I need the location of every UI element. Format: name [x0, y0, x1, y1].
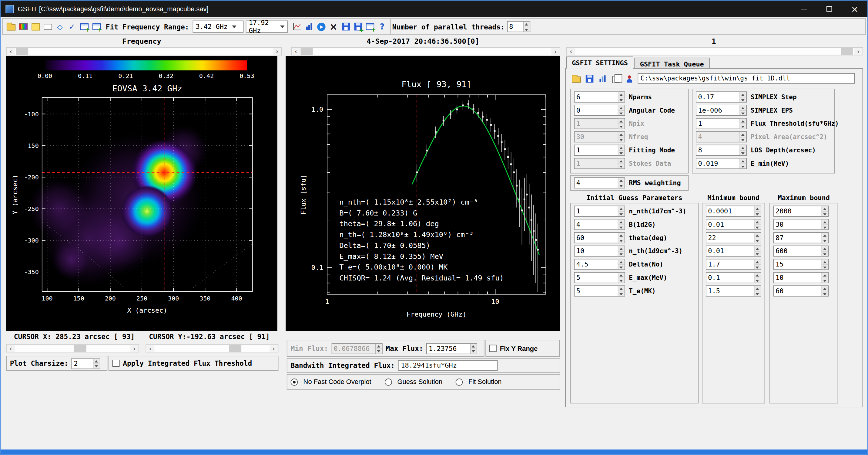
maximize-button[interactable] [816, 1, 842, 17]
spin-down-icon[interactable] [619, 225, 624, 229]
spectrum-plot-icon[interactable] [291, 21, 303, 33]
spin-up-icon[interactable] [740, 92, 746, 97]
param-spinner[interactable]: 0.019 [696, 158, 747, 169]
freq-min-select[interactable]: 3.42 GHz [192, 21, 244, 33]
parms-chart-icon[interactable] [303, 21, 315, 33]
spin-down-icon[interactable] [822, 291, 828, 296]
spin-down-icon[interactable] [619, 211, 624, 217]
bound-spinner[interactable]: 0.0001 [706, 205, 761, 217]
spin-up-icon[interactable] [619, 220, 624, 225]
spin-down-icon[interactable] [619, 238, 624, 243]
rms-weighting-spinner[interactable]: 4 [574, 177, 625, 189]
open-file-icon[interactable] [5, 21, 17, 33]
spin-down-icon[interactable] [822, 238, 828, 243]
close-button[interactable] [842, 1, 867, 17]
abort-x-icon[interactable] [328, 21, 340, 33]
param-spinner[interactable]: 0 [574, 105, 625, 116]
spin-up-icon[interactable] [619, 259, 624, 265]
param-spinner[interactable]: 1e-006 [696, 105, 747, 116]
param-spinner[interactable]: 4 [574, 219, 625, 230]
spin-up-icon[interactable] [94, 358, 100, 363]
param-spinner[interactable]: 1 [696, 118, 747, 129]
minimize-button[interactable] [791, 1, 816, 17]
spin-down-icon[interactable] [754, 225, 761, 229]
cursor-x-slider-thumb[interactable] [74, 345, 86, 352]
add-task-icon[interactable] [364, 21, 376, 33]
bound-spinner[interactable]: 15 [773, 259, 829, 270]
spin-down-icon[interactable] [740, 124, 746, 129]
param-spinner[interactable]: 5 [574, 285, 625, 296]
eovsa-map[interactable]: 0.000.110.210.320.420.53EOVSA 3.42 GHz10… [6, 56, 277, 331]
spin-up-icon[interactable] [619, 145, 624, 150]
accept-check-icon[interactable] [66, 21, 78, 33]
spin-down-icon[interactable] [754, 265, 761, 269]
slider-left-arrow-icon[interactable] [292, 48, 300, 55]
spin-down-icon[interactable] [754, 278, 761, 283]
spin-up-icon[interactable] [619, 178, 624, 183]
param-spinner[interactable]: 1 [574, 158, 625, 169]
spin-down-icon[interactable] [94, 364, 100, 369]
spin-up-icon[interactable] [822, 259, 828, 265]
cursor-y-slider[interactable] [146, 344, 278, 352]
bound-spinner[interactable]: 2000 [773, 205, 829, 217]
dll-path-input[interactable]: C:\ssw\packages\gsfit\win\gs_fit_1D.dll [638, 73, 855, 84]
slider-right-arrow-icon[interactable] [552, 48, 560, 55]
page-slider[interactable] [566, 47, 863, 55]
plot-charsize-spinner[interactable]: 2 [71, 358, 100, 369]
spin-down-icon[interactable] [754, 251, 761, 256]
param-spinner[interactable]: 10 [574, 246, 625, 257]
spin-down-icon[interactable] [619, 291, 624, 296]
spin-up-icon[interactable] [619, 273, 624, 278]
tab-gsfit-task-queue[interactable]: GSFIT Task Queue [634, 58, 709, 69]
bound-spinner[interactable]: 0.01 [706, 246, 761, 257]
param-spinner[interactable]: 0.17 [696, 91, 747, 103]
spin-down-icon[interactable] [619, 183, 624, 188]
slider-left-arrow-icon[interactable] [567, 48, 575, 55]
spin-down-icon[interactable] [524, 27, 530, 32]
spin-down-icon[interactable] [740, 150, 746, 155]
bound-spinner[interactable]: 87 [773, 232, 829, 244]
spin-down-icon[interactable] [822, 278, 828, 283]
spin-down-icon[interactable] [376, 348, 382, 353]
spin-down-icon[interactable] [619, 124, 624, 129]
spin-up-icon[interactable] [740, 119, 746, 124]
spin-down-icon[interactable] [619, 251, 624, 256]
spin-up-icon[interactable] [376, 343, 382, 348]
param-spinner[interactable]: 4.5 [574, 259, 625, 270]
selection-box-icon[interactable] [41, 21, 54, 33]
spin-up-icon[interactable] [619, 233, 624, 238]
bound-spinner[interactable]: 10 [773, 272, 829, 284]
spin-down-icon[interactable] [471, 348, 477, 353]
spin-down-icon[interactable] [754, 211, 761, 217]
spin-up-icon[interactable] [619, 105, 624, 111]
slider-left-arrow-icon[interactable] [7, 345, 15, 352]
add-table-alt-icon[interactable] [90, 21, 102, 33]
min-flux-spinner[interactable]: 0.0678866 [331, 343, 382, 354]
spin-down-icon[interactable] [619, 164, 624, 169]
param-spinner[interactable]: 1 [574, 118, 625, 129]
bound-spinner[interactable]: 1.5 [706, 285, 761, 296]
start-fit-icon[interactable] [315, 21, 328, 33]
bandwidth-flux-input[interactable]: 18.2941sfu*GHz [398, 360, 498, 371]
spin-up-icon[interactable] [471, 343, 477, 348]
page-slider-thumb[interactable] [841, 48, 853, 55]
spin-down-icon[interactable] [754, 291, 761, 296]
param-spinner[interactable]: 6 [574, 91, 625, 103]
spin-down-icon[interactable] [822, 225, 828, 229]
spin-up-icon[interactable] [619, 92, 624, 97]
roi-diamond-icon[interactable] [54, 21, 66, 33]
bound-spinner[interactable]: 0.01 [706, 219, 761, 230]
param-spinner[interactable]: 1 [574, 145, 625, 156]
spin-up-icon[interactable] [740, 159, 746, 164]
color-palette-icon[interactable] [17, 21, 29, 33]
bound-spinner[interactable]: 30 [773, 219, 829, 230]
param-spinner[interactable]: 60 [574, 232, 625, 244]
save-icon[interactable] [340, 21, 352, 33]
slider-right-arrow-icon[interactable] [270, 345, 278, 352]
slider-right-arrow-icon[interactable] [273, 48, 281, 55]
spin-up-icon[interactable] [822, 273, 828, 278]
spin-up-icon[interactable] [524, 22, 530, 27]
spin-up-icon[interactable] [754, 259, 761, 265]
spin-down-icon[interactable] [822, 265, 828, 269]
spin-up-icon[interactable] [754, 286, 761, 291]
